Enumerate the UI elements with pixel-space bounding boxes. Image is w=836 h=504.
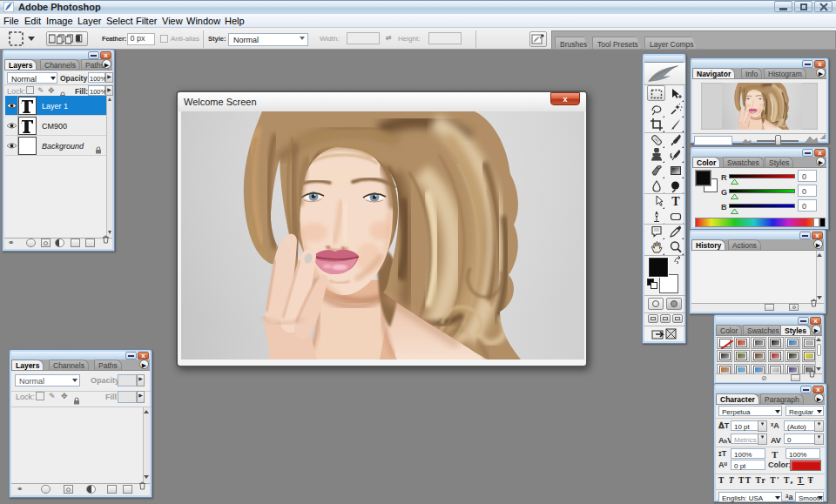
svg-text:T: T — [671, 195, 680, 208]
